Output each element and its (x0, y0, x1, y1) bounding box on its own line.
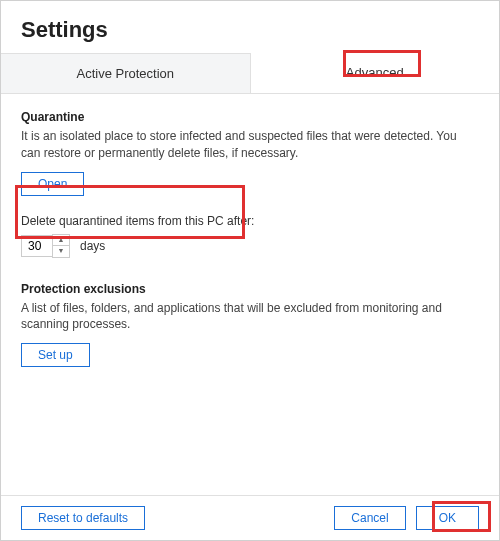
quantity-stepper: ▲ ▼ (52, 234, 70, 258)
days-label: days (80, 239, 105, 253)
page-title: Settings (21, 17, 479, 43)
open-button[interactable]: Open (21, 172, 84, 196)
delete-after-control: ▲ ▼ days (21, 234, 479, 258)
footer-right: Cancel OK (334, 506, 479, 530)
header: Settings (1, 1, 499, 53)
stepper-down-icon[interactable]: ▼ (53, 246, 69, 257)
delete-after-section: Delete quarantined items from this PC af… (21, 214, 479, 258)
stepper-up-icon[interactable]: ▲ (53, 235, 69, 246)
quarantine-desc: It is an isolated place to store infecte… (21, 128, 479, 162)
exclusions-desc: A list of files, folders, and applicatio… (21, 300, 479, 334)
delete-after-label: Delete quarantined items from this PC af… (21, 214, 479, 228)
tab-advanced[interactable]: Advanced (251, 53, 500, 93)
quarantine-section: Quarantine It is an isolated place to st… (21, 110, 479, 196)
tabs: Active Protection Advanced (1, 53, 499, 94)
footer: Reset to defaults Cancel OK (1, 495, 499, 540)
content: Quarantine It is an isolated place to st… (1, 94, 499, 367)
setup-button[interactable]: Set up (21, 343, 90, 367)
tab-active-protection[interactable]: Active Protection (1, 53, 251, 93)
ok-button[interactable]: OK (416, 506, 479, 530)
exclusions-section: Protection exclusions A list of files, f… (21, 282, 479, 368)
cancel-button[interactable]: Cancel (334, 506, 405, 530)
delete-days-input[interactable] (21, 235, 53, 257)
quarantine-title: Quarantine (21, 110, 479, 124)
exclusions-title: Protection exclusions (21, 282, 479, 296)
reset-button[interactable]: Reset to defaults (21, 506, 145, 530)
